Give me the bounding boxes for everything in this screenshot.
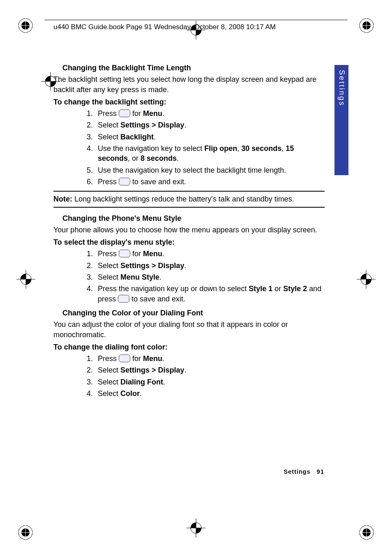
note-text: Long backlight settings reduce the batte… [72,195,294,203]
note-block: Note: Long backlight settings reduce the… [53,191,325,207]
step-item: 2.Select Settings > Display. [82,365,325,375]
menu-ok-button-icon [118,295,129,303]
side-tab-label: Settings [337,70,346,107]
menu-ok-button-icon [119,354,130,362]
footer-page-number: 91 [317,468,324,475]
section-intro: You can adjust the color of your dialing… [53,320,325,340]
step-item: 4.Select Color. [82,389,325,398]
step-item: 3.Select Dialing Font. [82,377,325,387]
step-item: 3.Select Backlight. [82,132,325,142]
step-item: 5.Use the navigation key to select the b… [82,165,325,175]
note-label: Note: [53,195,72,203]
page-content: Changing the Backlight Time Length The b… [53,60,325,403]
page-footer: Settings 91 [284,468,324,475]
running-header: u440 BMC Guide.book Page 91 Wednesday, O… [53,23,276,31]
step-item: 1.Press for Menu. [82,249,325,259]
crop-mark-icon [358,524,375,541]
menu-ok-button-icon [119,109,130,117]
registration-mark-icon [357,270,376,289]
step-item: 4.Press the navigation key up or down to… [82,284,325,304]
menu-ok-button-icon [119,178,130,185]
footer-section: Settings [284,468,311,475]
step-item: 2.Select Settings > Display. [82,120,325,130]
crop-mark-icon [17,17,34,34]
step-item: 4.Use the navigation key to select Flip … [82,144,325,164]
step-item: 1.Press for Menu. [82,354,325,364]
procedure-title: To select the display's menu style: [53,237,325,247]
crop-mark-icon [358,17,375,34]
registration-mark-icon [187,519,205,537]
menu-ok-button-icon [119,250,130,257]
section-title-menustyle: Changing the Phone's Menu Style [62,213,325,223]
procedure-title: To change the backlight setting: [53,97,325,107]
procedure-title: To change the dialing font color: [53,342,325,352]
section-intro: The backlight setting lets you select ho… [53,74,325,95]
step-item: 6.Press to save and exit. [82,177,325,187]
header-rule [44,20,348,20]
side-tab: Settings [334,65,348,175]
crop-mark-icon [17,524,34,541]
step-item: 1.Press for Menu. [82,109,325,118]
section-intro: Your phone allows you to choose how the … [53,225,325,235]
section-title-backlight: Changing the Backlight Time Length [62,63,325,73]
step-item: 3.Select Menu Style. [82,272,325,282]
section-title-dialcolor: Changing the Color of your Dialing Font [62,308,325,318]
step-item: 2.Select Settings > Display. [82,261,325,271]
registration-mark-icon [16,270,35,289]
